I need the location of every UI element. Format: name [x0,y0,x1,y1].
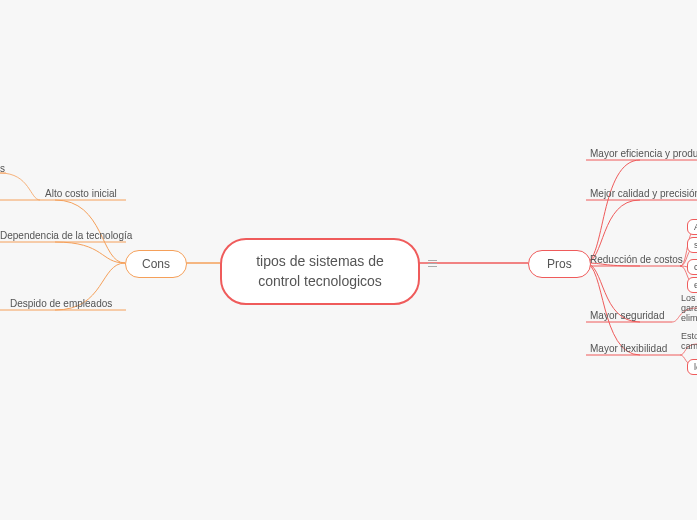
cons-item-dependency[interactable]: Dependencia de la tecnología [0,230,132,241]
cost-child-1[interactable]: se p [687,237,697,253]
pros-label: Pros [547,257,572,271]
cost-child-3[interactable]: el a [687,277,697,293]
central-title: tipos de sistemas de control tecnologico… [256,253,384,289]
cons-partial[interactable]: s [0,163,5,174]
security-detail[interactable]: Los sisgarantelimin [681,294,697,324]
mindmap-canvas[interactable]: tipos de sistemas de control tecnologico… [0,0,697,520]
cons-node[interactable]: Cons [125,250,187,278]
cost-child-0[interactable]: Al a [687,219,697,235]
pros-item-quality[interactable]: Mejor calidad y precisión [590,188,697,199]
flex-child[interactable]: lo que [687,359,697,375]
menu-icon[interactable] [428,258,437,269]
pros-item-cost[interactable]: Reducción de costos [590,254,683,265]
cons-item-cost[interactable]: Alto costo inicial [45,188,117,199]
central-topic[interactable]: tipos de sistemas de control tecnologico… [220,238,420,305]
pros-item-flexibility[interactable]: Mayor flexibilidad [590,343,667,354]
cons-item-layoff[interactable]: Despido de empleados [10,298,112,309]
cost-child-2[interactable]: con [687,259,697,275]
flex-detail[interactable]: Estos scamb [681,332,697,352]
cons-label: Cons [142,257,170,271]
pros-node[interactable]: Pros [528,250,591,278]
pros-item-security[interactable]: Mayor seguridad [590,310,664,321]
pros-item-efficiency[interactable]: Mayor eficiencia y productivida [590,148,697,159]
